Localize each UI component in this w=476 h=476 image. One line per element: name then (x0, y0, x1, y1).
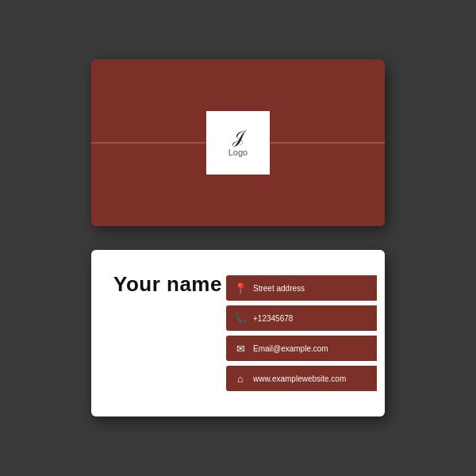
phone-icon: 📞 (234, 313, 247, 324)
contact-text: +12345678 (253, 314, 293, 323)
logo-symbol: 𝒥 (233, 129, 243, 146)
website-icon: ⌂ (234, 373, 247, 385)
contact-text: www.examplewebsite.com (253, 374, 346, 383)
contact-text: Email@example.com (253, 344, 328, 353)
logo-label: Logo (228, 148, 248, 157)
person-name: Your name (113, 272, 222, 297)
contact-item: ✉Email@example.com (226, 336, 377, 361)
contact-item: 📞+12345678 (226, 305, 377, 331)
email-icon: ✉ (234, 343, 247, 355)
contact-list: 📍Street address📞+12345678✉Email@example.… (226, 250, 385, 416)
business-card-front: 𝒥 Logo (91, 60, 385, 226)
location-icon: 📍 (234, 282, 247, 294)
logo-area: 𝒥 Logo (206, 111, 270, 175)
contact-text: Street address (253, 284, 305, 293)
contact-item: ⌂www.examplewebsite.com (226, 366, 377, 391)
contact-item: 📍Street address (226, 275, 377, 301)
business-card-back: Your name 📍Street address📞+12345678✉Emai… (91, 250, 385, 416)
